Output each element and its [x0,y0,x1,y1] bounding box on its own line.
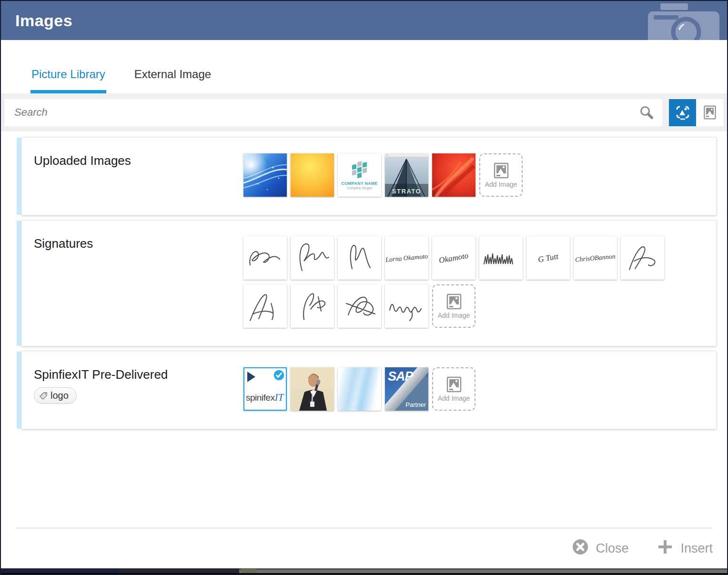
section-title: SpinfiexIT Pre-Delivered [34,367,243,382]
insert-label: Insert [680,541,713,556]
thumbnail-grid: COMPANY NAME Company Slogan STRATO Add I… [243,153,672,197]
dialog-title: Images [15,11,72,30]
section-accent-stripe [17,352,21,429]
add-image-button[interactable]: Add Image [432,284,475,328]
search-bar [1,93,727,131]
detail-view-toggle-button[interactable] [696,99,723,126]
tab-external-image[interactable]: External Image [133,68,212,93]
taskbar-segment [120,568,239,573]
thumbnail-grid: Lorna Okamoto Okamoto G Tutt ChrisOBanno… [243,236,672,328]
section-header: Uploaded Images [22,153,243,197]
blue-abstract-image[interactable] [243,153,287,197]
section-accent-stripe [17,138,21,215]
section-accent-stripe [17,221,21,346]
insert-button[interactable]: Insert [657,539,713,558]
orange-texture-image[interactable] [291,153,334,197]
signature-thumbnail[interactable]: Okamoto [432,236,475,280]
signature-thumbnail[interactable] [291,236,334,280]
tab-bar: Picture Library External Image [1,68,727,93]
signature-thumbnail[interactable] [243,284,287,328]
signature-thumbnail[interactable] [479,236,523,280]
signature-thumbnail[interactable]: Lorna Okamoto [385,236,428,280]
add-image-button[interactable]: Add Image [432,367,475,411]
section-header: SpinfiexIT Pre-Delivered logo [22,367,243,411]
images-dialog: Images Picture Library External Image [0,0,728,575]
section-card: Uploaded Images COMPANY NAME Company Slo… [21,137,717,215]
section-list: Uploaded Images COMPANY NAME Company Slo… [1,137,727,429]
sap-partner-logo-thumbnail[interactable]: SAP Partner [385,367,428,411]
signature-thumbnail[interactable]: G Tutt [526,236,570,280]
skyscraper-image[interactable]: STRATO [385,153,428,197]
signature-thumbnail[interactable] [621,236,664,280]
tag-label: logo [51,390,69,401]
close-label: Close [596,541,628,556]
signature-thumbnail[interactable] [291,284,334,328]
taskbar-notch [242,569,257,573]
add-image-button[interactable]: Add Image [479,153,523,197]
grid-view-toggle-button[interactable] [669,99,696,126]
signature-thumbnail[interactable] [243,236,287,280]
section-card: SpinfiexIT Pre-Delivered logo spinifexIT… [21,351,717,429]
polaroid-icon [445,293,463,310]
search-icon[interactable] [639,105,654,120]
dialog-header: Images [1,1,727,40]
section-title: Uploaded Images [34,153,243,168]
red-abstract-image[interactable] [432,153,475,197]
section-card: Signatures Lorna Okamoto Okamoto G Tutt … [21,220,717,346]
plus-icon [657,539,673,558]
background-taskbar [1,568,727,574]
signature-thumbnail[interactable]: ChrisOBannon [574,236,617,280]
view-toggle-group [669,99,723,126]
taskbar-segment [1,568,120,573]
speaker-photo[interactable] [291,367,334,411]
spinifexit-logo-thumbnail[interactable]: spinifexIT [243,367,287,411]
search-field[interactable] [5,99,662,126]
company-logo-image[interactable]: COMPANY NAME Company Slogan [338,153,381,197]
close-button[interactable]: Close [572,539,628,558]
dialog-footer: Close Insert [15,528,713,568]
close-icon [572,539,588,558]
polaroid-icon [493,162,510,179]
tag-icon [39,391,48,401]
blue-rays-image[interactable] [338,367,381,411]
company-logo-mark [349,161,371,180]
tab-picture-library[interactable]: Picture Library [30,68,106,93]
polaroid-icon [445,376,463,393]
signature-thumbnail[interactable] [338,284,381,328]
camera-icon [647,3,720,40]
section-header: Signatures [22,236,243,328]
signature-thumbnail[interactable] [338,236,381,280]
selected-check-icon [273,369,285,382]
svg-text:STRATO: STRATO [392,188,421,195]
section-title: Signatures [34,236,243,251]
taskbar-segment [239,568,727,573]
signature-thumbnail[interactable] [385,284,428,328]
thumbnail-grid: spinifexIT SAP Partner Add Image [243,367,672,411]
search-input[interactable] [13,106,639,119]
logo-tag-filter[interactable]: logo [34,387,77,404]
spinifex-triangle-icon [247,372,255,382]
